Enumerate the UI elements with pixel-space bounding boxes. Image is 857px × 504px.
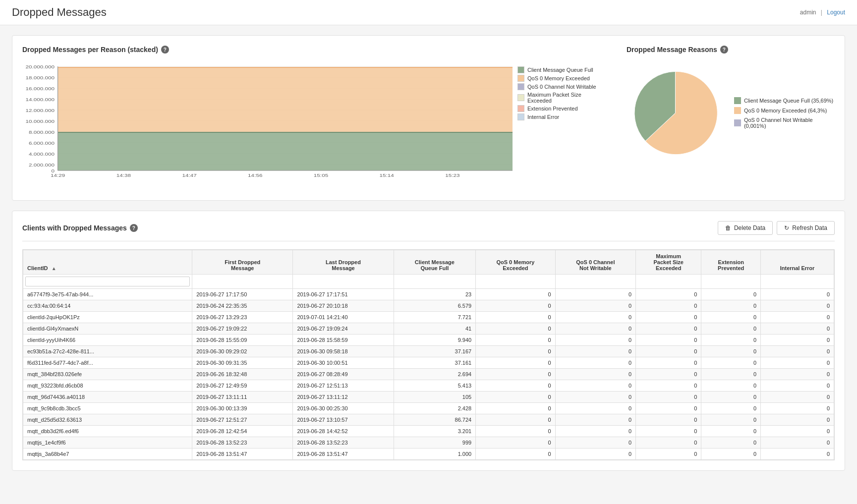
logout-link[interactable]: Logout <box>827 9 845 16</box>
svg-text:10.000.000: 10.000.000 <box>25 119 55 123</box>
svg-text:14:38: 14:38 <box>116 173 131 177</box>
legend-item-cmqf: Client Message Queue Full <box>517 66 607 73</box>
col-clientid: ClientID ▲ <box>23 250 192 275</box>
legend-color-cmqf <box>517 66 524 73</box>
clients-header: Clients with Dropped Messages ? 🗑 Delete… <box>22 221 835 235</box>
pie-legend-color-qos0mem <box>734 107 741 114</box>
table-row: mqtt_d25d5d32.636132019-06-27 12:51:2720… <box>23 414 834 426</box>
svg-text:2.000.000: 2.000.000 <box>29 163 55 167</box>
pie-chart-help-icon[interactable]: ? <box>720 46 728 54</box>
filter-maxpkt-cell <box>636 275 701 289</box>
pie-legend-color-cmqf <box>734 97 741 104</box>
pie-chart-legend: Client Message Queue Full (35,69%) QoS 0… <box>734 97 835 129</box>
filter-qos0ch-cell <box>555 275 635 289</box>
legend-color-interr <box>517 113 524 120</box>
filter-qos0mem-cell <box>476 275 555 289</box>
pie-legend-color-qos0ch <box>734 119 741 126</box>
table-row: ec93b51a-27c2-428e-811...2019-06-30 09:2… <box>23 346 834 357</box>
charts-card: Dropped Messages per Reason (stacked) ? <box>12 35 845 201</box>
svg-text:6.000.000: 6.000.000 <box>29 141 55 145</box>
svg-marker-22 <box>58 67 513 132</box>
table-body: a67747f9-3e75-47ab-944...2019-06-27 17:1… <box>23 289 834 460</box>
table-row: mqtt_384bf283.026efe2019-06-26 18:32:482… <box>23 369 834 380</box>
stacked-area-chart-svg: 20.000.000 18.000.000 16.000.000 14.000.… <box>22 61 513 180</box>
stacked-chart-legend: Client Message Queue Full QoS 0 Memory E… <box>517 66 607 120</box>
delete-data-button[interactable]: 🗑 Delete Data <box>718 221 773 235</box>
legend-color-qos0mem <box>517 75 524 82</box>
refresh-data-button[interactable]: ↻ Refresh Data <box>777 221 835 235</box>
svg-marker-24 <box>58 132 513 170</box>
svg-text:14.000.000: 14.000.000 <box>25 97 55 102</box>
legend-item-qos0mem: QoS 0 Memory Exceeded <box>517 75 607 82</box>
table-row: clientId-Gl4yXmaexN2019-06-27 19:09:2220… <box>23 323 834 335</box>
stacked-chart-section: Dropped Messages per Reason (stacked) ? <box>22 46 607 190</box>
filter-interr-cell <box>761 275 834 289</box>
table-row: mqtt_9c9b8cdb.3bcc52019-06-30 00:13:3920… <box>23 403 834 414</box>
col-maxpkt: MaximumPacket SizeExceeded <box>636 250 701 275</box>
col-last-dropped: Last DroppedMessage <box>293 250 394 275</box>
filter-cmqf-cell <box>394 275 476 289</box>
legend-color-qos0ch <box>517 83 524 90</box>
auth-section: admin | Logout <box>800 9 845 16</box>
legend-item-interr: Internal Error <box>517 113 607 120</box>
clients-divider <box>22 241 835 241</box>
table-filter-row <box>23 275 834 289</box>
legend-color-extprev <box>517 105 524 112</box>
table-row: a67747f9-3e75-47ab-944...2019-06-27 17:1… <box>23 289 834 300</box>
clients-table: ClientID ▲ First DroppedMessage Last Dro… <box>23 250 834 460</box>
pie-chart-title: Dropped Message Reasons ? <box>627 46 835 54</box>
svg-text:8.000.000: 8.000.000 <box>29 130 55 134</box>
svg-text:20.000.000: 20.000.000 <box>25 64 55 69</box>
clients-table-wrapper: ClientID ▲ First DroppedMessage Last Dro… <box>22 249 835 460</box>
svg-text:12.000.000: 12.000.000 <box>25 108 55 112</box>
svg-text:14:29: 14:29 <box>51 173 65 177</box>
table-header-row: ClientID ▲ First DroppedMessage Last Dro… <box>23 250 834 275</box>
col-interr: Internal Error <box>761 250 834 275</box>
table-row: clientId-yyyUih4K662019-06-28 15:55:0920… <box>23 335 834 346</box>
table-row: f6d311fed-5d77-4dc7-a8f...2019-06-30 09:… <box>23 357 834 369</box>
pie-legend-cmqf: Client Message Queue Full (35,69%) <box>734 97 835 104</box>
auth-separator: | <box>821 9 822 16</box>
filter-clientid-input[interactable] <box>25 277 190 286</box>
clients-title: Clients with Dropped Messages ? <box>22 224 138 232</box>
table-row: mqttjs_3a68b4e72019-06-28 13:51:472019-0… <box>23 448 834 460</box>
table-row: mqtt_93223bfd.d6cb082019-06-27 12:49:592… <box>23 380 834 392</box>
charts-row: Dropped Messages per Reason (stacked) ? <box>22 46 835 190</box>
stacked-chart-help-icon[interactable]: ? <box>161 46 169 54</box>
svg-text:15:05: 15:05 <box>314 173 329 177</box>
pie-chart-section: Dropped Message Reasons ? <box>627 46 835 190</box>
top-bar: Dropped Messages admin | Logout <box>0 0 857 25</box>
svg-text:16.000.000: 16.000.000 <box>25 86 55 91</box>
main-content: Dropped Messages per Reason (stacked) ? <box>0 25 857 491</box>
svg-text:18.000.000: 18.000.000 <box>25 75 55 80</box>
filter-last-cell <box>293 275 394 289</box>
filter-first-cell <box>192 275 293 289</box>
filter-clientid-cell <box>23 275 192 289</box>
pie-chart-content: Client Message Queue Full (35,69%) QoS 0… <box>627 63 835 163</box>
legend-item-extprev: Extension Prevented <box>517 105 607 112</box>
filter-extprev-cell <box>701 275 761 289</box>
table-row: clientId-2quHpOK1Pz2019-06-27 13:29:2320… <box>23 312 834 323</box>
pie-legend-qos0ch: QoS 0 Channel Not Writable (0,001%) <box>734 117 835 129</box>
table-row: mqttjs_1e4cf9f62019-06-28 13:52:232019-0… <box>23 437 834 448</box>
col-extprev: ExtensionPrevented <box>701 250 761 275</box>
table-row: cc:93:4a:00:64:142019-06-24 22:35:352019… <box>23 300 834 312</box>
legend-item-maxpkt: Maximum Packet Size Exceeded <box>517 92 607 104</box>
table-row: mqtt_dbb3d2f6.ed4f62019-06-28 12:42:5420… <box>23 426 834 437</box>
legend-item-qos0ch: QoS 0 Channel Not Writable <box>517 83 607 90</box>
refresh-icon: ↻ <box>784 224 789 231</box>
svg-text:4.000.000: 4.000.000 <box>29 152 55 156</box>
clients-actions: 🗑 Delete Data ↻ Refresh Data <box>718 221 835 235</box>
pie-chart-svg <box>627 63 724 163</box>
col-cmqf: Client MessageQueue Full <box>394 250 476 275</box>
legend-color-maxpkt <box>517 94 524 101</box>
clients-help-icon[interactable]: ? <box>130 224 138 232</box>
username: admin <box>800 9 816 16</box>
col-qos0mem: QoS 0 MemoryExceeded <box>476 250 555 275</box>
delete-icon: 🗑 <box>725 224 731 231</box>
col-qos0ch: QoS 0 ChannelNot Writable <box>555 250 635 275</box>
table-row: mqtt_96d74436.a401182019-06-27 13:11:112… <box>23 392 834 403</box>
sort-icon-clientid[interactable]: ▲ <box>52 266 57 271</box>
svg-text:15:23: 15:23 <box>445 173 460 177</box>
stacked-chart-title: Dropped Messages per Reason (stacked) ? <box>22 46 607 54</box>
